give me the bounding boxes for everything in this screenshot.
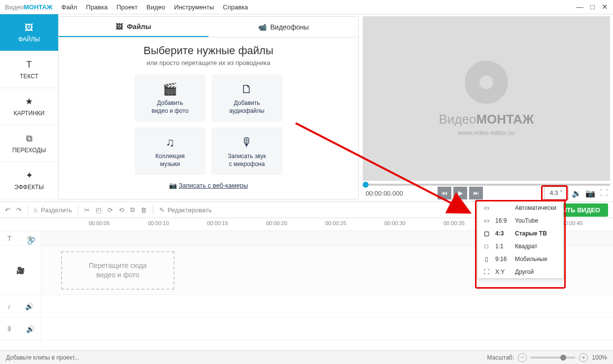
snapshot-icon[interactable]: 📷: [584, 187, 596, 199]
aspect-custom[interactable]: ⛶X:YДругой: [477, 265, 563, 278]
square-icon: □: [482, 243, 490, 250]
track-headers: T👁 🔗 🎥 ♪🔊 🎙🔊: [0, 231, 41, 344]
preview-pane: ВидеоМОНТАЖ www.video-editor.su 00:00:00…: [363, 14, 613, 201]
subline: или просто перетащите их из проводника: [59, 59, 358, 66]
sidebar-tab-effects[interactable]: ✦ЭФФЕКТЫ: [0, 162, 58, 199]
menu-tools[interactable]: Инструменты: [174, 3, 214, 11]
preview-brand: ВидеоМОНТАЖ: [439, 112, 534, 127]
status-hint: Добавьте клипы в проект...: [6, 354, 79, 361]
edit-button[interactable]: ✎ Редактировать: [159, 206, 212, 214]
monitor-icon: ▭: [482, 204, 490, 211]
menu-video[interactable]: Видео: [146, 3, 165, 11]
undo-button[interactable]: ↶: [5, 206, 10, 214]
aspect-16-9[interactable]: ▭16:9YouTube: [477, 214, 563, 227]
music-track-icon: ♪: [7, 302, 11, 310]
track-music-header[interactable]: ♪🔊: [0, 295, 41, 318]
camera-icon: 📹: [258, 23, 267, 31]
zoom-out-button[interactable]: −: [518, 353, 527, 362]
speaker-icon[interactable]: 🔊: [25, 302, 34, 310]
track-voice-header[interactable]: 🎙🔊: [0, 318, 41, 340]
status-bar: Добавьте клипы в проект... Масштаб: − + …: [0, 350, 613, 364]
speed-button[interactable]: ⟲: [119, 206, 124, 214]
zoom-value: 100%: [592, 354, 607, 361]
split-button[interactable]: ⎌ Разделить: [34, 206, 72, 214]
volume-icon[interactable]: 🔉: [571, 187, 582, 199]
mic-icon: 🎙: [241, 134, 253, 150]
headline: Выберите нужные файлы: [59, 44, 358, 57]
wide-icon: ▭: [482, 217, 490, 224]
aspect-1-1[interactable]: □1:1Квадрат: [477, 240, 563, 253]
aspect-ratio-menu: ▭Автоматически ▭16:9YouTube ▢4:3Старые Т…: [477, 201, 564, 279]
menubar: ВидеоМОНТАЖ Файл Правка Проект Видео Инс…: [0, 0, 613, 14]
play-button[interactable]: ▶: [453, 187, 467, 199]
clapper-icon: 🎬: [163, 81, 177, 97]
crop-button[interactable]: ◰: [96, 206, 102, 214]
link-icon[interactable]: 🔗: [27, 237, 35, 245]
next-button[interactable]: ⏭: [469, 187, 483, 199]
cut-button[interactable]: ✂: [84, 206, 90, 214]
preview-site: www.video-editor.su: [458, 129, 515, 136]
aspect-4-3[interactable]: ▢4:3Старые ТВ: [477, 227, 563, 240]
picture-icon: 🖼: [116, 23, 123, 31]
delete-button[interactable]: 🗑: [140, 206, 147, 214]
text-track-icon: T: [7, 234, 12, 242]
portrait-icon: ▯: [482, 256, 490, 263]
subtab-backgrounds[interactable]: 📹Видеофоны: [208, 17, 358, 37]
custom-icon: ⛶: [482, 268, 490, 275]
image-icon: 🖼: [25, 23, 34, 33]
text-icon: T: [27, 60, 32, 70]
record-webcam-link[interactable]: Записать с веб-камеры: [178, 182, 248, 189]
card-music-collection[interactable]: ♫Коллекциямузыки: [135, 128, 205, 175]
voice-track[interactable]: [41, 318, 613, 340]
track-video-header[interactable]: 🎥: [0, 246, 41, 295]
effects-icon: ✦: [26, 170, 33, 181]
zoom-slider[interactable]: [531, 357, 575, 359]
mic-track-icon: 🎙: [6, 325, 13, 333]
sidebar-tab-images[interactable]: ★КАРТИНКИ: [0, 88, 58, 125]
music-track[interactable]: [41, 295, 613, 318]
menu-edit[interactable]: Правка: [86, 3, 108, 11]
file-audio-icon: 🗋: [241, 81, 253, 97]
menu-project[interactable]: Проект: [116, 3, 137, 11]
maximize-button[interactable]: □: [590, 2, 595, 11]
transitions-icon: ⧉: [26, 133, 33, 144]
copy-button[interactable]: ⧉: [130, 206, 135, 214]
standard-icon: ▢: [482, 230, 490, 237]
zoom-label: Масштаб:: [487, 354, 514, 361]
video-track-icon: 🎥: [16, 266, 25, 274]
card-add-video[interactable]: 🎬Добавитьвидео и фото: [135, 74, 205, 122]
aspect-9-16[interactable]: ▯9:16Мобильные: [477, 253, 563, 265]
left-sidebar: 🖼ФАЙЛЫ TТЕКСТ ★КАРТИНКИ ⧉ПЕРЕХОДЫ ✦ЭФФЕК…: [0, 14, 58, 201]
sidebar-tab-text[interactable]: TТЕКСТ: [0, 51, 58, 88]
card-add-audio[interactable]: 🗋Добавитьаудиофайлы: [211, 74, 282, 122]
seek-bar[interactable]: [363, 184, 610, 186]
minimize-button[interactable]: —: [576, 2, 583, 11]
chevron-up-icon: ˄: [560, 190, 563, 197]
menu-file[interactable]: Файл: [62, 3, 77, 11]
redo-button[interactable]: ↷: [16, 206, 22, 214]
rotate-button[interactable]: ⟳: [107, 206, 113, 214]
aspect-auto[interactable]: ▭Автоматически: [477, 201, 563, 214]
music-icon: ♫: [166, 134, 174, 150]
speaker-icon[interactable]: 🔊: [26, 325, 34, 333]
prev-button[interactable]: ⏮: [438, 187, 451, 199]
video-dropzone[interactable]: Перетащите сюда видео и фото: [61, 251, 174, 290]
center-pane: 🖼Файлы 📹Видеофоны Выберите нужные файлы …: [58, 16, 359, 199]
zoom-in-button[interactable]: +: [579, 353, 588, 362]
app-brand: ВидеоМОНТАЖ: [5, 3, 53, 11]
menu-help[interactable]: Справка: [223, 3, 248, 11]
video-preview: ВидеоМОНТАЖ www.video-editor.su: [363, 16, 610, 181]
star-icon: ★: [25, 96, 33, 107]
sidebar-tab-files[interactable]: 🖼ФАЙЛЫ: [0, 14, 58, 51]
webcam-icon: 📷: [169, 182, 177, 189]
aspect-ratio-button[interactable]: 4:3˄: [544, 187, 569, 199]
subtab-files[interactable]: 🖼Файлы: [59, 17, 208, 37]
close-button[interactable]: ✕: [602, 2, 608, 11]
card-record-mic[interactable]: 🎙Записать звукс микрофона: [211, 128, 282, 175]
reel-icon: [465, 61, 508, 104]
sidebar-tab-transitions[interactable]: ⧉ПЕРЕХОДЫ: [0, 125, 58, 162]
fullscreen-icon[interactable]: ⛶: [598, 187, 610, 199]
timecode: 00:00:00.000: [366, 190, 403, 197]
